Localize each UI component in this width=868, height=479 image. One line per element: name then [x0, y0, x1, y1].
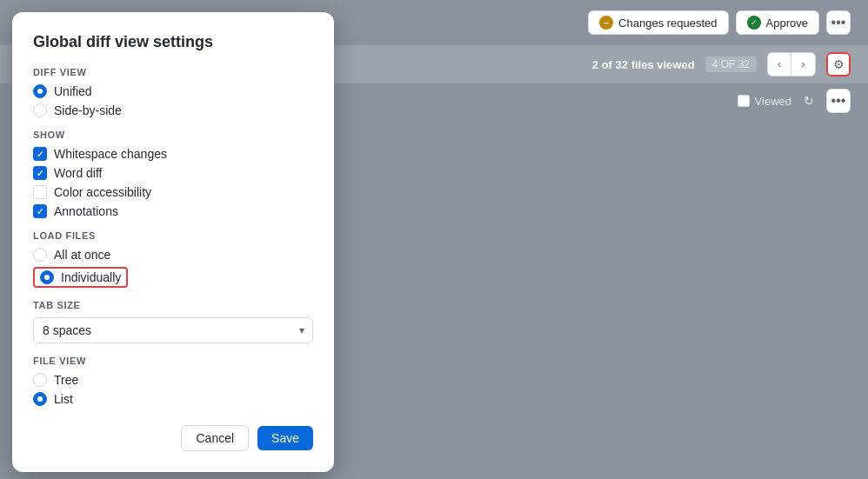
file-view-label: FILE VIEW — [33, 356, 313, 366]
modal-overlay: Global diff view settings DIFF VIEW Unif… — [0, 0, 868, 479]
radio-list[interactable]: List — [33, 392, 313, 406]
radio-individually[interactable]: Individually — [33, 267, 313, 288]
save-button[interactable]: Save — [257, 426, 313, 450]
tab-size-select[interactable]: 8 spaces 4 spaces 2 spaces — [33, 317, 313, 343]
file-view-options: Tree List — [33, 373, 313, 406]
checkbox-annotations[interactable]: Annotations — [33, 204, 313, 218]
radio-side-by-side[interactable]: Side-by-side — [33, 103, 313, 117]
cancel-button[interactable]: Cancel — [181, 425, 249, 451]
diff-view-options: Unified Side-by-side — [33, 84, 313, 117]
checkbox-whitespace[interactable]: Whitespace changes — [33, 147, 313, 161]
diff-view-label: DIFF VIEW — [33, 67, 313, 77]
tab-size-select-wrap: 8 spaces 4 spaces 2 spaces ▾ — [33, 317, 313, 343]
radio-tree-label: Tree — [54, 373, 78, 387]
individually-highlight: Individually — [33, 267, 128, 288]
radio-unified-circle — [33, 84, 47, 98]
radio-all-at-once[interactable]: All at once — [33, 248, 313, 262]
checkbox-color-accessibility-label: Color accessibility — [54, 185, 151, 199]
modal-footer: Cancel Save — [33, 425, 313, 451]
radio-side-by-side-circle — [33, 103, 47, 117]
settings-modal: Global diff view settings DIFF VIEW Unif… — [12, 12, 334, 472]
radio-unified[interactable]: Unified — [33, 84, 313, 98]
show-label: SHOW — [33, 130, 313, 140]
tab-size-label: TAB SIZE — [33, 300, 313, 310]
radio-side-by-side-label: Side-by-side — [54, 103, 122, 117]
radio-tree[interactable]: Tree — [33, 373, 313, 387]
radio-individually-circle — [40, 270, 54, 284]
checkbox-word-diff-label: Word diff — [54, 166, 103, 180]
radio-list-circle — [33, 392, 47, 406]
modal-title: Global diff view settings — [33, 33, 313, 51]
checkbox-color-accessibility-box — [33, 185, 47, 199]
radio-all-at-once-label: All at once — [54, 248, 110, 262]
checkbox-annotations-box — [33, 204, 47, 218]
load-files-options: All at once Individually — [33, 248, 313, 288]
show-options: Whitespace changes Word diff Color acces… — [33, 147, 313, 218]
checkbox-word-diff[interactable]: Word diff — [33, 166, 313, 180]
checkbox-color-accessibility[interactable]: Color accessibility — [33, 185, 313, 199]
checkbox-annotations-label: Annotations — [54, 204, 118, 218]
load-files-label: LOAD FILES — [33, 230, 313, 241]
radio-unified-label: Unified — [54, 84, 92, 98]
radio-all-at-once-circle — [33, 248, 47, 262]
checkbox-whitespace-label: Whitespace changes — [54, 147, 167, 161]
radio-list-label: List — [54, 392, 73, 406]
checkbox-whitespace-box — [33, 147, 47, 161]
checkbox-word-diff-box — [33, 166, 47, 180]
radio-individually-label: Individually — [61, 270, 121, 284]
radio-tree-circle — [33, 373, 47, 387]
